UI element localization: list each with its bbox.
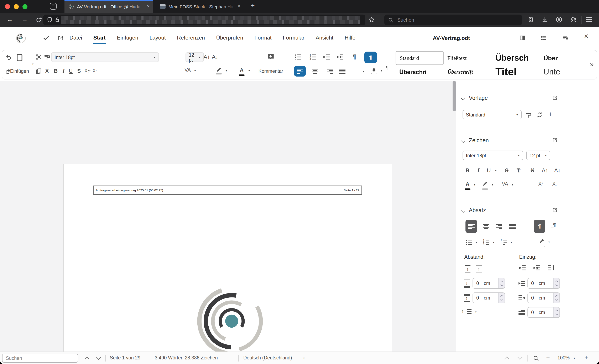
open-dialog-icon[interactable] (552, 137, 558, 143)
sidebar-bullet-list-icon[interactable] (466, 240, 472, 245)
collapse-chevron-icon[interactable] (461, 96, 465, 100)
outline-list-dropdown[interactable]: ▼ (510, 241, 512, 244)
language-dropdown[interactable]: ▼ (303, 357, 305, 359)
sidebar-char-spacing-button[interactable]: VA (502, 181, 508, 187)
align-left-button[interactable] (294, 66, 306, 77)
sidebar-shrink-font-button[interactable]: A↓ (554, 167, 561, 173)
shadow-button[interactable]: T (517, 167, 520, 173)
tab-av-vertrag[interactable]: AV-Vertrag.odt - Office @ Hada × (64, 0, 153, 13)
search-previous-icon[interactable] (85, 357, 89, 362)
menu-datei[interactable]: Datei (70, 35, 82, 44)
spacing-below-field[interactable]: 0cm (473, 293, 505, 303)
paragraph-highlight-dropdown[interactable]: ▼ (548, 241, 550, 243)
sidebar-align-left-button[interactable] (466, 220, 477, 233)
extensions-puzzle-icon[interactable] (570, 16, 577, 23)
refresh-style-icon[interactable] (536, 112, 543, 118)
style-ueberschrift-2[interactable]: Über (540, 51, 588, 65)
header-left-cell[interactable]: Auftragsverarbeitungsvertrag 2025.01 (06… (94, 186, 254, 194)
style-fliesstext[interactable]: Fließtext (444, 51, 492, 65)
new-style-plus-icon[interactable]: + (548, 110, 552, 119)
paste-dropdown-arrow[interactable]: ▼ (32, 63, 34, 65)
sidebar-align-center-icon[interactable] (483, 224, 489, 229)
paste-button-label[interactable]: Einfügen (10, 69, 29, 74)
add-comment-icon[interactable] (267, 53, 275, 61)
bookmark-star-icon[interactable] (369, 17, 375, 23)
more-styles-chevron[interactable]: » (590, 60, 594, 69)
word-count-status[interactable]: 3.490 Wörter, 28.386 Zeichen (155, 355, 218, 360)
style-ueberschrift-1[interactable]: Übersch (492, 51, 540, 65)
menu-start[interactable]: Start (93, 35, 106, 44)
char-spacing-dropdown[interactable]: ▼ (511, 183, 514, 186)
extension-icon-1[interactable] (528, 16, 534, 23)
zoom-in-icon[interactable]: + (584, 354, 588, 361)
sidebar-outline-list-icon[interactable] (501, 240, 507, 245)
sidebar-subscript-button[interactable]: X₂ (552, 181, 557, 187)
paragraph-highlight-icon[interactable] (539, 238, 545, 244)
sidebar-decrease-indent-icon[interactable] (533, 266, 540, 270)
bullet-list-icon[interactable] (295, 54, 301, 60)
font-name-select[interactable]: Inter 18pt▼ (51, 53, 159, 62)
downloads-icon[interactable] (542, 16, 548, 23)
menu-referenzen[interactable]: Referenzen (177, 35, 205, 44)
sidebar-increase-indent-icon[interactable] (519, 266, 526, 270)
indent-after-field[interactable]: 0cm (528, 293, 560, 303)
paragraph-fill-button[interactable] (371, 67, 377, 72)
open-dialog-icon[interactable] (552, 207, 558, 213)
document-search-input[interactable] (2, 354, 78, 363)
tab-close-icon[interactable]: × (238, 3, 240, 9)
account-icon[interactable] (556, 16, 562, 23)
zoom-reset-icon[interactable] (533, 355, 539, 362)
menu-format[interactable]: Format (254, 35, 271, 44)
page-header-table[interactable]: Auftragsverarbeitungsvertrag 2025.01 (06… (93, 186, 362, 195)
sidebar-rtl-button[interactable]: ¶ ← (553, 222, 556, 228)
macos-zoom-button[interactable] (22, 4, 27, 9)
underline-dropdown[interactable]: ▼ (495, 169, 497, 172)
strikethrough-button[interactable]: S (77, 68, 81, 74)
document-canvas[interactable]: Auftragsverarbeitungsvertrag 2025.01 (06… (0, 81, 456, 352)
spacing-above-field[interactable]: 0cm (473, 278, 505, 289)
style-standard[interactable]: Standard (396, 51, 444, 65)
sidebar-align-right-icon[interactable] (496, 224, 502, 229)
cut-icon[interactable] (35, 54, 42, 60)
increase-spacing-icon[interactable]: ↕ (465, 266, 470, 271)
user-list-icon[interactable] (562, 35, 569, 41)
vertical-scrollbar-thumb[interactable] (453, 81, 456, 111)
address-bar[interactable] (43, 15, 365, 25)
sidebar-numbered-list-icon[interactable] (483, 240, 489, 245)
style-ueberschrift-3[interactable]: Überschri (396, 65, 444, 79)
hanging-indent-icon[interactable] (548, 266, 554, 270)
indent-before-field[interactable]: 0cm (528, 278, 560, 289)
sidebar-strikethrough-button[interactable]: S (505, 167, 508, 173)
tracking-shield-icon[interactable] (47, 17, 53, 23)
font-color-dropdown[interactable]: ▼ (474, 183, 476, 186)
copy-icon[interactable] (35, 68, 42, 74)
stepper[interactable] (553, 278, 559, 288)
style-untertitel[interactable]: Unte (540, 65, 588, 79)
line-spacing-dropdown[interactable]: ▼ (475, 311, 477, 313)
tab-close-icon[interactable]: × (147, 3, 150, 9)
zoom-level[interactable]: 100% (557, 355, 570, 360)
shrink-font-button[interactable]: A↓ (212, 54, 218, 60)
justify-icon[interactable] (339, 69, 345, 74)
document-page[interactable]: Auftragsverarbeitungsvertrag 2025.01 (06… (63, 164, 392, 364)
stepper[interactable] (498, 293, 505, 303)
formatting-marks-icon[interactable]: ¶ (353, 53, 356, 60)
menu-hilfe[interactable]: Hilfe (345, 35, 355, 44)
language-status[interactable]: Deutsch (Deutschland) (243, 355, 292, 360)
scroll-up-icon[interactable] (504, 357, 509, 362)
sidebar-italic-button[interactable]: I (477, 167, 480, 174)
search-next-icon[interactable] (96, 355, 101, 360)
paragraph-fill-dropdown[interactable]: ▼ (380, 70, 383, 72)
macos-close-button[interactable] (5, 4, 10, 9)
header-right-cell[interactable]: Seite 1 / 29 (254, 186, 361, 194)
menu-ansicht[interactable]: Ansicht (316, 35, 333, 44)
paragraph-style-select[interactable]: Standard▼ (463, 110, 522, 119)
grow-font-button[interactable]: A↑ (204, 54, 210, 60)
firefox-view-icon[interactable] (50, 3, 57, 9)
sidebar-grow-font-button[interactable]: A↑ (542, 167, 548, 173)
collapse-chevron-icon[interactable] (461, 209, 465, 213)
stepper[interactable] (498, 278, 505, 288)
sidebar-font-color-button[interactable]: A (466, 181, 470, 187)
numbered-list-dropdown[interactable]: ▼ (493, 241, 495, 244)
open-dialog-icon[interactable] (552, 95, 558, 101)
